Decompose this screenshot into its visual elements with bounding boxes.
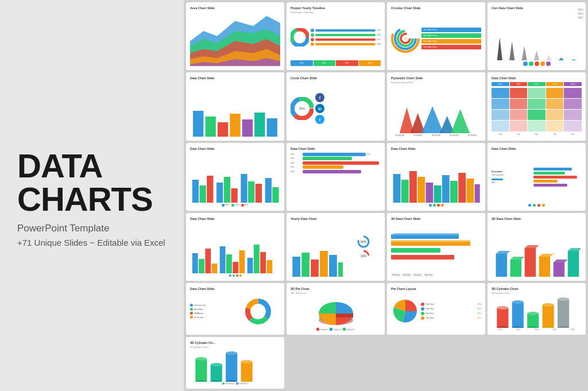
- svg-point-109: [512, 300, 524, 304]
- svg-point-112: [527, 312, 539, 315]
- svg-rect-89: [525, 248, 536, 277]
- slide-thumb-17[interactable]: Data Chart Slide Title Goes Here Meta Bi…: [186, 283, 284, 335]
- svg-marker-37: [451, 109, 470, 133]
- svg-rect-62: [475, 184, 480, 203]
- slide-thumb-2[interactable]: Project Yearly Timeline Presentation Tit…: [287, 2, 385, 70]
- svg-rect-74: [266, 260, 272, 273]
- svg-rect-65: [205, 249, 211, 273]
- svg-rect-24: [230, 114, 240, 137]
- slide-thumb-21[interactable]: 3D Cylinder Ch... 3D Cylinder Chart: [186, 337, 284, 389]
- slide-thumb-11[interactable]: Data Chart Slide: [387, 143, 485, 211]
- svg-rect-80: [338, 262, 343, 277]
- slide-thumb-6[interactable]: Circle Chart Slide 90% f in t: [287, 72, 385, 140]
- svg-rect-105: [497, 308, 508, 328]
- svg-rect-63: [192, 253, 198, 273]
- slide-3-title: Circular Chart Slide: [391, 6, 481, 10]
- svg-rect-59: [450, 181, 458, 203]
- svg-rect-27: [267, 118, 277, 137]
- svg-rect-25: [242, 119, 253, 137]
- svg-marker-19: [559, 57, 564, 60]
- svg-point-8: [296, 33, 304, 41]
- svg-rect-87: [510, 260, 521, 277]
- slide-thumb-4[interactable]: Con Data Chart Slide: [488, 2, 586, 70]
- slide-thumb-16[interactable]: 3D Data Chart Slide: [488, 213, 586, 281]
- svg-marker-15: [509, 41, 514, 60]
- svg-marker-90: [525, 245, 539, 248]
- svg-marker-14: [497, 37, 502, 60]
- slide-15-title: 3D Data Chart Slide: [391, 217, 481, 220]
- svg-rect-54: [409, 171, 417, 203]
- page-title: DATA CHARTS: [17, 149, 167, 216]
- svg-rect-46: [231, 188, 237, 203]
- svg-rect-69: [233, 262, 238, 273]
- svg-text:90%: 90%: [299, 107, 305, 110]
- slide-thumb-13[interactable]: Data Chart Slide: [186, 213, 284, 281]
- svg-marker-20: [571, 59, 576, 60]
- slide-thumb-7[interactable]: Pyramids Chart Slide Presenter Name Here: [387, 72, 485, 140]
- svg-point-130: [241, 360, 253, 363]
- svg-rect-126: [226, 353, 237, 382]
- svg-marker-96: [568, 248, 581, 251]
- slide-17-title: Data Chart Slide: [190, 287, 280, 291]
- svg-rect-68: [226, 254, 232, 273]
- slide-thumb-5[interactable]: Data Chart Slide: [186, 72, 284, 140]
- svg-rect-49: [256, 184, 262, 203]
- svg-rect-108: [512, 302, 524, 328]
- left-panel: DATA CHARTS PowerPoint Template +71 Uniq…: [0, 0, 184, 391]
- slide-thumb-18[interactable]: 3D Pie Chart Title Slide Here: [287, 283, 385, 335]
- svg-rect-72: [254, 245, 260, 273]
- slide-thumb-8[interactable]: Data Chart Slide 50% 75% 50% 70% 90%: [488, 72, 586, 140]
- svg-rect-57: [434, 185, 442, 203]
- svg-marker-92: [539, 254, 554, 257]
- slide-4-title: Con Data Chart Slide: [492, 6, 582, 10]
- slide-thumb-1[interactable]: Area Chart Slide: [186, 2, 284, 70]
- svg-rect-85: [496, 254, 507, 277]
- svg-marker-18: [546, 55, 551, 60]
- slide-thumb-14[interactable]: Yearly Data Chart: [287, 213, 385, 281]
- svg-point-101: [253, 305, 264, 317]
- slide-thumb-9[interactable]: Data Chart Slide: [186, 143, 284, 211]
- svg-rect-22: [205, 117, 215, 137]
- svg-point-127: [226, 351, 237, 355]
- svg-rect-51: [272, 187, 278, 203]
- slide-thumb-10[interactable]: Data Chart Slide 2014 75% 2015: [287, 143, 385, 211]
- slide-thumb-19[interactable]: Pie Chart Layout Title Here: [387, 283, 485, 335]
- svg-rect-70: [239, 250, 245, 273]
- svg-text:80%: 80%: [361, 240, 367, 243]
- svg-rect-117: [558, 299, 569, 328]
- svg-rect-123: [211, 365, 222, 382]
- svg-marker-16: [521, 46, 527, 60]
- slide-thumb-12[interactable]: Data Chart Slide Description Title Goes …: [488, 143, 586, 211]
- svg-point-106: [497, 306, 508, 309]
- svg-rect-61: [466, 179, 474, 203]
- slide-2-title: Project Yearly Timeline: [291, 6, 381, 10]
- svg-rect-114: [543, 305, 554, 328]
- slide-18-title: 3D Pie Chart: [291, 287, 381, 291]
- svg-rect-78: [320, 251, 328, 277]
- slide-20-title: 3D Cylinder Chart: [492, 287, 582, 291]
- slide-21-title: 3D Cylinder Ch...: [190, 341, 280, 344]
- slide-16-title: 3D Data Chart Slide: [492, 217, 582, 220]
- slide-14-title: Yearly Data Chart: [291, 217, 381, 220]
- svg-rect-75: [292, 257, 300, 277]
- svg-rect-73: [260, 252, 266, 273]
- svg-rect-50: [265, 178, 272, 203]
- page-features: +71 Unique Slides ~ Editable via Excel: [17, 238, 167, 247]
- svg-rect-66: [212, 264, 218, 273]
- svg-rect-71: [247, 258, 253, 273]
- slides-grid: Area Chart Slide Project Yearly Timeline…: [184, 0, 588, 391]
- svg-rect-56: [425, 183, 433, 203]
- svg-rect-26: [254, 113, 265, 137]
- svg-rect-120: [195, 359, 207, 382]
- svg-rect-47: [241, 174, 247, 203]
- slide-thumb-3[interactable]: Circular Chart Slide ⚡ T: [387, 2, 485, 70]
- slide-19-title: Pie Chart Layout: [391, 287, 481, 291]
- svg-rect-21: [193, 111, 203, 137]
- slide-thumb-15[interactable]: 3D Data Chart Slide: [387, 213, 485, 281]
- svg-marker-17: [534, 51, 539, 60]
- slide-thumb-20[interactable]: 3D Cylinder Chart 3D Cylinder Chart: [488, 283, 586, 335]
- slide-12-title: Data Chart Slide: [492, 147, 582, 150]
- slide-9-title: Data Chart Slide: [190, 147, 280, 150]
- svg-text:20%: 20%: [361, 254, 367, 258]
- page-subtitle: PowerPoint Template: [17, 223, 167, 234]
